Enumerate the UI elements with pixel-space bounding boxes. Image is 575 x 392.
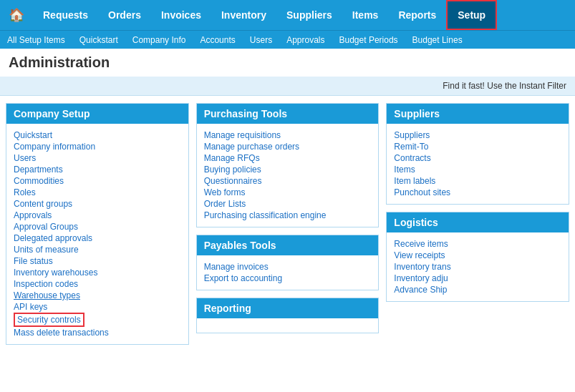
link-inventory-warehouses[interactable]: Inventory warehouses	[14, 267, 181, 278]
link-contracts[interactable]: Contracts	[394, 152, 561, 164]
top-navigation: 🏠 Requests Orders Invoices Inventory Sup…	[0, 0, 575, 30]
link-receive-items[interactable]: Receive items	[394, 238, 561, 250]
section-payables-header: Payables Tools	[197, 235, 379, 255]
section-company-setup-body: Quickstart Company information Users Dep…	[6, 124, 188, 344]
nav-reports[interactable]: Reports	[388, 0, 446, 30]
link-web-forms[interactable]: Web forms	[204, 187, 372, 198]
link-inspection-codes[interactable]: Inspection codes	[14, 278, 181, 290]
home-button[interactable]: 🏠	[0, 0, 33, 30]
section-purchasing-tools: Purchasing Tools Manage requisitions Man…	[196, 103, 380, 227]
subnav-users[interactable]: Users	[243, 31, 279, 49]
link-view-receipts[interactable]: View receipts	[394, 250, 561, 261]
link-inventory-trans[interactable]: Inventory trans	[394, 261, 561, 273]
section-logistics-body: Receive items View receipts Inventory tr…	[387, 232, 569, 301]
section-reporting-body	[197, 318, 379, 333]
filter-bar: Find it fast! Use the Instant Filter	[0, 77, 575, 96]
link-security-controls[interactable]: Security controls	[14, 313, 84, 327]
nav-items[interactable]: Items	[342, 0, 389, 30]
page-title: Administration	[9, 54, 566, 71]
link-punchout-sites[interactable]: Punchout sites	[394, 187, 561, 198]
nav-setup[interactable]: Setup	[446, 0, 497, 30]
link-manage-purchase-orders[interactable]: Manage purchase orders	[204, 141, 372, 152]
nav-orders[interactable]: Orders	[98, 0, 151, 30]
section-suppliers-body: Suppliers Remit-To Contracts Items Item …	[387, 124, 569, 204]
column-company-setup: Company Setup Quickstart Company informa…	[6, 103, 189, 352]
section-company-setup: Company Setup Quickstart Company informa…	[6, 103, 189, 345]
column-suppliers: Suppliers Suppliers Remit-To Contracts I…	[386, 103, 569, 352]
link-questionnaires[interactable]: Questionnaires	[204, 175, 372, 187]
section-logistics: Logistics Receive items View receipts In…	[386, 212, 569, 302]
link-item-labels[interactable]: Item labels	[394, 175, 561, 187]
link-manage-invoices[interactable]: Manage invoices	[204, 261, 372, 273]
link-buying-policies[interactable]: Buying policies	[204, 164, 372, 175]
subnav-budget-lines[interactable]: Budget Lines	[405, 31, 470, 49]
section-payables-tools: Payables Tools Manage invoices Export to…	[196, 235, 380, 290]
link-approval-groups[interactable]: Approval Groups	[14, 221, 181, 232]
sub-navigation: All Setup Items Quickstart Company Info …	[0, 30, 575, 49]
subnav-accounts[interactable]: Accounts	[193, 31, 242, 49]
nav-invoices[interactable]: Invoices	[151, 0, 211, 30]
subnav-company-info[interactable]: Company Info	[125, 31, 193, 49]
link-quickstart[interactable]: Quickstart	[14, 129, 181, 141]
link-mass-delete[interactable]: Mass delete transactions	[14, 327, 181, 338]
content-area: Company Setup Quickstart Company informa…	[0, 96, 575, 359]
subnav-quickstart[interactable]: Quickstart	[72, 31, 125, 49]
section-purchasing-header: Purchasing Tools	[197, 104, 379, 124]
link-inventory-adju[interactable]: Inventory adju	[394, 273, 561, 284]
link-purchasing-classification[interactable]: Purchasing classification engine	[204, 210, 372, 221]
link-suppliers[interactable]: Suppliers	[394, 129, 561, 141]
subnav-all-setup[interactable]: All Setup Items	[0, 31, 72, 49]
link-users[interactable]: Users	[14, 152, 181, 164]
nav-inventory[interactable]: Inventory	[211, 0, 276, 30]
link-delegated-approvals[interactable]: Delegated approvals	[14, 232, 181, 244]
section-logistics-header: Logistics	[387, 212, 569, 232]
link-commodities[interactable]: Commodities	[14, 175, 181, 187]
link-manage-requisitions[interactable]: Manage requisitions	[204, 129, 372, 141]
link-roles[interactable]: Roles	[14, 187, 181, 198]
link-api-keys[interactable]: API keys	[14, 301, 181, 313]
nav-suppliers[interactable]: Suppliers	[276, 0, 342, 30]
column-purchasing: Purchasing Tools Manage requisitions Man…	[196, 103, 380, 352]
link-units-of-measure[interactable]: Units of measure	[14, 244, 181, 255]
section-suppliers-header: Suppliers	[387, 104, 569, 124]
link-company-information[interactable]: Company information	[14, 141, 181, 152]
link-advance-ship[interactable]: Advance Ship	[394, 284, 561, 295]
subnav-approvals[interactable]: Approvals	[279, 31, 332, 49]
section-company-setup-header: Company Setup	[6, 104, 188, 124]
link-items[interactable]: Items	[394, 164, 561, 175]
link-departments[interactable]: Departments	[14, 164, 181, 175]
page-title-bar: Administration	[0, 49, 575, 77]
link-export-accounting[interactable]: Export to accounting	[204, 273, 372, 284]
link-manage-rfqs[interactable]: Manage RFQs	[204, 152, 372, 164]
subnav-budget-periods[interactable]: Budget Periods	[332, 31, 405, 49]
section-purchasing-body: Manage requisitions Manage purchase orde…	[197, 124, 379, 227]
section-reporting: Reporting	[196, 298, 380, 333]
nav-requests[interactable]: Requests	[33, 0, 98, 30]
link-file-status[interactable]: File status	[14, 255, 181, 267]
link-approvals[interactable]: Approvals	[14, 210, 181, 221]
section-reporting-header: Reporting	[197, 298, 379, 318]
link-order-lists[interactable]: Order Lists	[204, 198, 372, 210]
filter-bar-text: Find it fast! Use the Instant Filter	[443, 81, 566, 91]
link-warehouse-types[interactable]: Warehouse types	[14, 290, 181, 301]
section-payables-body: Manage invoices Export to accounting	[197, 255, 379, 290]
section-suppliers: Suppliers Suppliers Remit-To Contracts I…	[386, 103, 569, 205]
link-content-groups[interactable]: Content groups	[14, 198, 181, 210]
link-remit-to[interactable]: Remit-To	[394, 141, 561, 152]
